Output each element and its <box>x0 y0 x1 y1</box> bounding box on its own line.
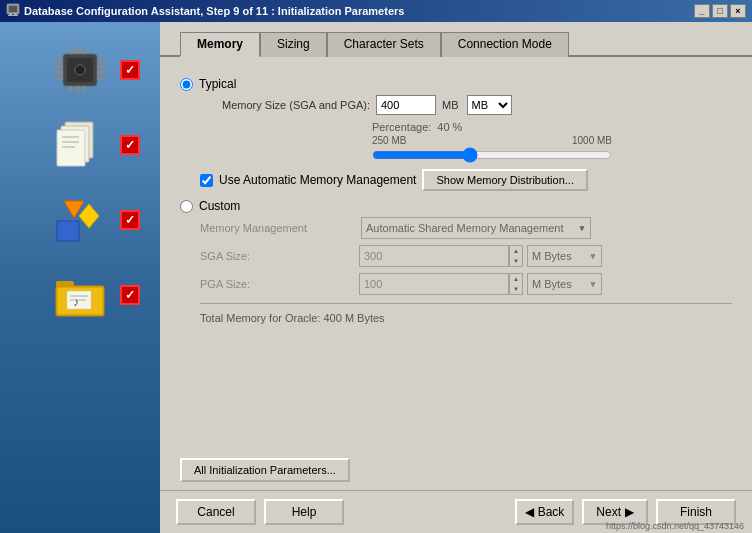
pga-size-row: PGA Size: 100 ▲ ▼ M Bytes ▼ <box>200 273 732 295</box>
sga-size-spinner[interactable]: ▲ ▼ <box>509 245 523 267</box>
title-bar: Database Configuration Assistant, Step 9… <box>0 0 752 22</box>
svg-text:♪: ♪ <box>73 295 79 309</box>
sga-size-label: SGA Size: <box>200 250 355 262</box>
svg-rect-18 <box>69 86 72 93</box>
auto-memory-label[interactable]: Use Automatic Memory Management <box>219 173 416 187</box>
maximize-button[interactable]: □ <box>712 4 728 18</box>
back-button[interactable]: ◀ Back <box>515 499 575 525</box>
pga-spinner-down[interactable]: ▼ <box>510 284 522 294</box>
help-button[interactable]: Help <box>264 499 344 525</box>
close-button[interactable]: × <box>730 4 746 18</box>
tab-memory[interactable]: Memory <box>180 32 260 57</box>
auto-memory-row: Use Automatic Memory Management Show Mem… <box>200 169 732 191</box>
custom-label[interactable]: Custom <box>199 199 240 213</box>
sidebar-item-shapes: ✓ <box>10 192 150 247</box>
back-arrow-icon: ◀ <box>525 505 534 519</box>
svg-rect-9 <box>55 71 63 74</box>
cancel-button[interactable]: Cancel <box>176 499 256 525</box>
pga-size-spinner[interactable]: ▲ ▼ <box>509 273 523 295</box>
typical-radio-row: Typical <box>180 77 732 91</box>
svg-rect-2 <box>9 13 12 15</box>
pga-size-field: 100 <box>359 273 509 295</box>
svg-rect-8 <box>55 65 63 68</box>
docs-icon <box>50 117 110 172</box>
svg-rect-15 <box>69 47 72 54</box>
memory-slider[interactable] <box>372 147 612 163</box>
typical-label[interactable]: Typical <box>199 77 236 91</box>
total-memory-row: Total Memory for Oracle: 400 M Bytes <box>200 312 732 324</box>
separator <box>200 303 732 304</box>
custom-radio-row: Custom <box>180 199 732 213</box>
pga-size-label: PGA Size: <box>200 278 355 290</box>
percentage-value: 40 % <box>437 121 462 133</box>
form-content: Typical Memory Size (SGA and PGA): MB MB… <box>160 67 752 450</box>
chip-icon <box>50 42 110 97</box>
shapes-icon <box>50 192 110 247</box>
all-params-button[interactable]: All Initialization Parameters... <box>180 458 350 482</box>
svg-marker-30 <box>79 204 99 228</box>
custom-radio[interactable] <box>180 200 193 213</box>
memory-mgmt-select[interactable]: Automatic Shared Memory Management ▼ <box>361 217 591 239</box>
svg-rect-14 <box>97 77 105 80</box>
sga-size-row: SGA Size: 300 ▲ ▼ M Bytes ▼ <box>200 245 732 267</box>
next-arrow-icon: ▶ <box>625 505 634 519</box>
svg-rect-10 <box>55 77 63 80</box>
memory-mgmt-row: Memory Management Automatic Shared Memor… <box>200 217 732 239</box>
sga-unit-select[interactable]: M Bytes ▼ <box>527 245 602 267</box>
title-bar-icon <box>6 3 20 19</box>
tab-connection-mode[interactable]: Connection Mode <box>441 32 569 57</box>
checkmark-1: ✓ <box>120 60 140 80</box>
minimize-button[interactable]: _ <box>694 4 710 18</box>
svg-rect-17 <box>83 47 86 54</box>
tab-sizing[interactable]: Sizing <box>260 32 327 57</box>
sidebar-item-chip: ✓ <box>10 42 150 97</box>
slider-max: 1000 MB <box>572 135 612 146</box>
sga-spinner-up[interactable]: ▲ <box>510 246 522 256</box>
svg-rect-12 <box>97 65 105 68</box>
memory-mgmt-label: Memory Management <box>200 222 355 234</box>
sidebar: ✓ ✓ <box>0 22 160 533</box>
svg-rect-29 <box>57 221 79 241</box>
svg-rect-1 <box>9 6 17 12</box>
show-memory-btn[interactable]: Show Memory Distribution... <box>422 169 588 191</box>
tab-bar: Memory Sizing Character Sets Connection … <box>160 22 752 57</box>
memory-size-select[interactable]: MB <box>467 95 512 115</box>
folder-icon: ♪ <box>50 267 110 322</box>
svg-rect-7 <box>55 59 63 62</box>
slider-min: 250 MB <box>372 135 406 146</box>
total-memory-label: Total Memory for Oracle: <box>200 312 320 324</box>
memory-size-row: Memory Size (SGA and PGA): MB MB <box>200 95 732 115</box>
svg-point-21 <box>75 65 85 75</box>
memory-mgmt-value: Automatic Shared Memory Management <box>366 222 563 234</box>
memory-size-label: Memory Size (SGA and PGA): <box>200 99 370 111</box>
svg-rect-20 <box>83 86 86 93</box>
sidebar-item-docs: ✓ <box>10 117 150 172</box>
pga-unit-select[interactable]: M Bytes ▼ <box>527 273 602 295</box>
svg-rect-3 <box>14 13 17 15</box>
tab-character-sets[interactable]: Character Sets <box>327 32 441 57</box>
checkmark-3: ✓ <box>120 210 140 230</box>
pga-spinner-up[interactable]: ▲ <box>510 274 522 284</box>
memory-size-unit: MB <box>442 99 459 111</box>
sga-spinner-down[interactable]: ▼ <box>510 256 522 266</box>
svg-rect-11 <box>97 59 105 62</box>
watermark: https://blog.csdn.net/qq_43743146 <box>606 521 744 531</box>
checkmark-4: ✓ <box>120 285 140 305</box>
sga-size-field: 300 <box>359 245 509 267</box>
auto-memory-checkbox[interactable] <box>200 174 213 187</box>
percentage-label: Percentage: <box>372 121 431 133</box>
svg-rect-13 <box>97 71 105 74</box>
svg-rect-16 <box>76 47 79 54</box>
bottom-buttons: All Initialization Parameters... <box>160 450 752 490</box>
svg-rect-24 <box>57 130 85 166</box>
sidebar-item-folder: ♪ ✓ <box>10 267 150 322</box>
checkmark-2: ✓ <box>120 135 140 155</box>
memory-size-input[interactable] <box>376 95 436 115</box>
total-memory-value: 400 M Bytes <box>323 312 384 324</box>
typical-radio[interactable] <box>180 78 193 91</box>
svg-rect-4 <box>8 15 18 16</box>
svg-rect-19 <box>76 86 79 93</box>
title-bar-text: Database Configuration Assistant, Step 9… <box>24 5 404 17</box>
